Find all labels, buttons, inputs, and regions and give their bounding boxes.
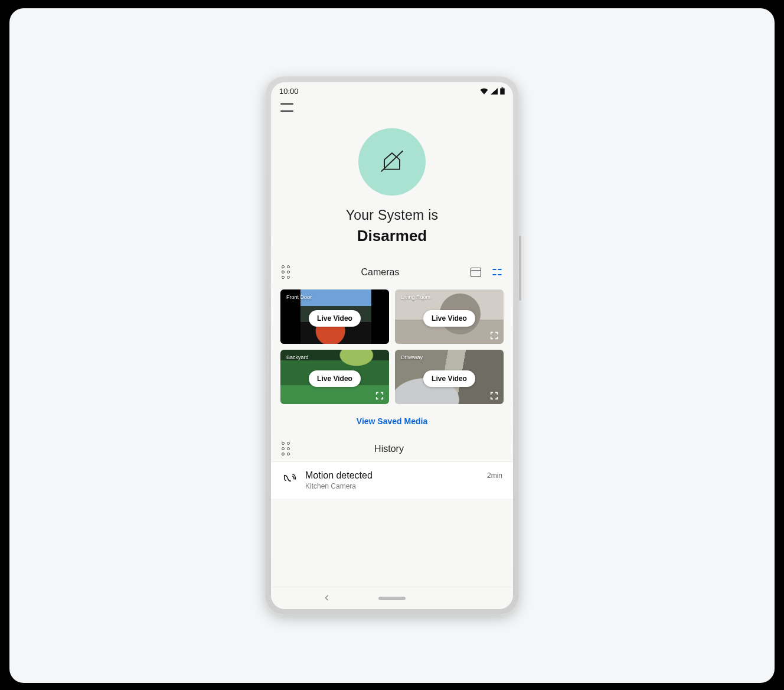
fullscreen-icon[interactable] [375, 331, 384, 340]
camera-label: Front Door [286, 294, 312, 300]
topbar [271, 100, 513, 112]
home-pill[interactable] [378, 597, 406, 600]
statusbar: 10:00 [271, 82, 513, 100]
camera-tile-backyard[interactable]: Backyard Live Video [280, 350, 389, 404]
system-status-label: Your System is [346, 207, 439, 223]
wifi-icon [480, 88, 488, 95]
battery-icon [500, 87, 505, 95]
single-view-icon[interactable] [471, 268, 481, 277]
statusbar-icons [480, 87, 505, 95]
history-item-title: Motion detected [305, 470, 479, 481]
reorder-handle-icon[interactable] [282, 265, 290, 279]
reorder-handle-icon[interactable] [282, 442, 290, 455]
back-icon[interactable] [324, 594, 330, 603]
fullscreen-icon[interactable] [375, 391, 384, 401]
live-video-button[interactable]: Live Video [309, 310, 361, 327]
history-item-subtitle: Kitchen Camera [305, 482, 479, 490]
statusbar-time: 10:00 [279, 87, 299, 96]
history-section-header: History [271, 432, 513, 461]
system-status-state: Disarmed [357, 227, 427, 245]
cameras-title: Cameras [290, 267, 471, 278]
cameras-grid: Front Door Live Video Living Room Live V… [271, 284, 513, 404]
fullscreen-icon[interactable] [489, 331, 499, 340]
history-item-time: 2min [487, 471, 502, 480]
svg-rect-0 [500, 89, 505, 95]
history-title: History [290, 444, 488, 454]
grid-view-icon[interactable] [492, 268, 502, 277]
motion-wave-icon [282, 471, 297, 489]
disarmed-house-icon [377, 145, 407, 178]
page-background: 10:00 [9, 8, 775, 683]
android-navbar [271, 587, 513, 609]
phone-screen: 10:00 [271, 82, 513, 609]
camera-tile-driveway[interactable]: Driveway Live Video [395, 350, 504, 404]
camera-label: Backyard [286, 354, 309, 360]
cell-signal-icon [491, 88, 498, 95]
camera-tile-living-room[interactable]: Living Room Live Video [395, 289, 504, 344]
live-video-button[interactable]: Live Video [423, 310, 475, 327]
live-video-button[interactable]: Live Video [423, 370, 475, 387]
system-status: Your System is Disarmed [271, 112, 513, 251]
camera-label: Driveway [401, 354, 423, 360]
fullscreen-icon[interactable] [489, 391, 499, 401]
history-item-text: Motion detected Kitchen Camera [305, 470, 479, 490]
view-saved-media: View Saved Media [271, 404, 513, 432]
svg-rect-1 [502, 87, 504, 89]
phone-frame: 10:00 [265, 76, 519, 615]
system-status-circle[interactable] [358, 128, 426, 196]
history-item[interactable]: Motion detected Kitchen Camera 2min [271, 461, 513, 499]
cameras-section-header: Cameras [271, 251, 513, 284]
live-video-button[interactable]: Live Video [309, 370, 361, 387]
menu-icon[interactable] [280, 103, 293, 112]
camera-tile-front-door[interactable]: Front Door Live Video [280, 289, 389, 344]
view-saved-media-link[interactable]: View Saved Media [357, 416, 427, 426]
camera-label: Living Room [401, 294, 430, 300]
